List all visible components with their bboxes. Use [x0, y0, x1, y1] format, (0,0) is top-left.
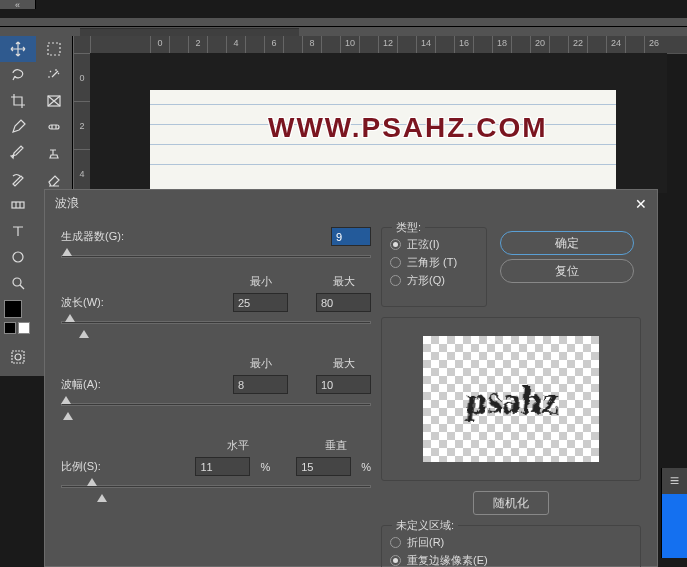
- wavelength-slider[interactable]: [61, 316, 371, 330]
- amplitude-label: 波幅(A):: [61, 377, 141, 392]
- type-sine-radio[interactable]: 正弦(I): [390, 237, 478, 252]
- gradient-tool[interactable]: [0, 192, 36, 218]
- history-brush-tool[interactable]: [0, 166, 36, 192]
- eyedropper-tool[interactable]: [0, 114, 36, 140]
- type-group: 类型: 正弦(I) 三角形 (T) 方形(Q): [381, 227, 487, 307]
- type-square-radio[interactable]: 方形(Q): [390, 273, 478, 288]
- min-label: 最小: [233, 274, 288, 289]
- horiz-label: 水平: [203, 438, 273, 453]
- marquee-tool[interactable]: [36, 36, 72, 62]
- scale-slider[interactable]: [61, 480, 371, 494]
- scale-slider-2[interactable]: [61, 496, 371, 510]
- panel-menu-icon[interactable]: ≡: [662, 468, 687, 494]
- undefined-area-title: 未定义区域:: [392, 518, 458, 533]
- healing-brush-tool[interactable]: [36, 114, 72, 140]
- repeat-edge-radio[interactable]: 重复边缘像素(E): [390, 553, 632, 567]
- close-icon[interactable]: ✕: [635, 196, 647, 212]
- background-color[interactable]: [18, 322, 30, 334]
- shape-tool[interactable]: [0, 244, 36, 270]
- scale-h-input[interactable]: [195, 457, 250, 476]
- generators-input[interactable]: [331, 227, 371, 246]
- swap-colors[interactable]: [4, 322, 16, 334]
- brush-tool[interactable]: [0, 140, 36, 166]
- type-triangle-radio[interactable]: 三角形 (T): [390, 255, 478, 270]
- type-tool[interactable]: [0, 218, 36, 244]
- zoom-tool[interactable]: [0, 270, 36, 296]
- foreground-color[interactable]: [4, 300, 22, 318]
- ok-button[interactable]: 确定: [500, 231, 634, 255]
- reset-button[interactable]: 复位: [500, 259, 634, 283]
- amplitude-slider-2[interactable]: [61, 414, 371, 428]
- generators-slider[interactable]: [61, 250, 371, 264]
- magic-wand-tool[interactable]: [36, 62, 72, 88]
- wave-dialog: 波浪 ✕ 生成器数(G): 最小 最大 波长(W):: [44, 189, 658, 567]
- wavelength-slider-2[interactable]: [61, 332, 371, 346]
- preview-checker: psahz: [423, 336, 599, 462]
- undefined-area-group: 未定义区域: 折回(R) 重复边缘像素(E): [381, 525, 641, 567]
- svg-point-4: [13, 252, 23, 262]
- watermark-text: WWW.PSAHZ.COM: [268, 112, 548, 144]
- svg-rect-9: [12, 351, 24, 363]
- quick-mask-toggle[interactable]: [0, 344, 36, 370]
- canvas-area[interactable]: WWW.PSAHZ.COM: [90, 53, 667, 193]
- vert-label: 垂直: [301, 438, 371, 453]
- svg-rect-3: [12, 202, 24, 208]
- horizontal-ruler: 0 2 4 6 8 10 12 14 16 18 20 22 24 26: [73, 36, 687, 53]
- svg-rect-0: [48, 43, 60, 55]
- wrap-radio[interactable]: 折回(R): [390, 535, 632, 550]
- amplitude-max-input[interactable]: [316, 375, 371, 394]
- type-group-title: 类型:: [392, 220, 425, 235]
- right-sidebar: ≡: [661, 468, 687, 558]
- wavelength-label: 波长(W):: [61, 295, 141, 310]
- wavelength-min-input[interactable]: [233, 293, 288, 312]
- max-label-2: 最大: [316, 356, 371, 371]
- percent-unit-2: %: [361, 461, 371, 473]
- min-label-2: 最小: [233, 356, 288, 371]
- collapse-panels-button[interactable]: «: [0, 0, 36, 9]
- amplitude-slider[interactable]: [61, 398, 371, 412]
- preview-box: psahz: [381, 317, 641, 481]
- lasso-tool[interactable]: [0, 62, 36, 88]
- dialog-titlebar[interactable]: 波浪 ✕: [45, 190, 657, 217]
- generators-label: 生成器数(G):: [61, 229, 141, 244]
- max-label: 最大: [316, 274, 371, 289]
- clone-stamp-tool[interactable]: [36, 140, 72, 166]
- amplitude-min-input[interactable]: [233, 375, 288, 394]
- randomize-button[interactable]: 随机化: [473, 491, 549, 515]
- svg-point-5: [13, 278, 21, 286]
- scale-v-input[interactable]: [296, 457, 351, 476]
- right-panel-item[interactable]: [662, 494, 687, 558]
- crop-tool[interactable]: [0, 88, 36, 114]
- canvas-document: WWW.PSAHZ.COM: [150, 90, 616, 190]
- move-tool[interactable]: [0, 36, 36, 62]
- svg-point-10: [15, 354, 21, 360]
- preview-text: psahz: [463, 377, 560, 421]
- frame-tool[interactable]: [36, 88, 72, 114]
- wavelength-max-input[interactable]: [316, 293, 371, 312]
- scale-label: 比例(S):: [61, 459, 141, 474]
- svg-rect-2: [49, 125, 59, 129]
- dialog-title-text: 波浪: [55, 195, 79, 212]
- percent-unit: %: [260, 461, 270, 473]
